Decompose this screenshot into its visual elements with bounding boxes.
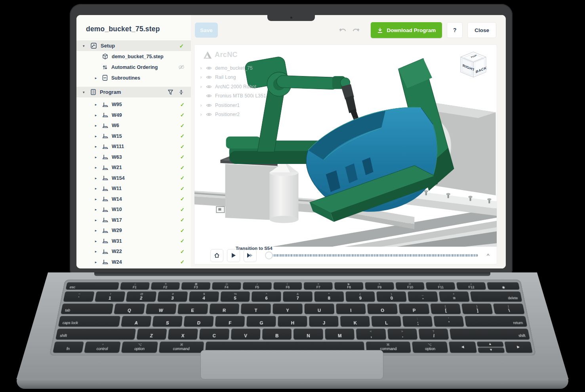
- program-item[interactable]: ▸ W10 ✓: [76, 204, 191, 215]
- collapse-vertical-icon[interactable]: [179, 89, 184, 95]
- chevron-right-icon[interactable]: ›: [199, 103, 203, 108]
- keyboard-key[interactable]: G: [246, 316, 276, 327]
- arrow-up-key[interactable]: ▲: [476, 342, 503, 347]
- program-item[interactable]: ▸ W21 ✓: [76, 162, 191, 173]
- arrow-right-key[interactable]: ▶: [504, 342, 532, 353]
- keyboard-key[interactable]: O: [367, 303, 398, 314]
- keyboard-key[interactable]: } ]: [461, 303, 493, 314]
- eye-visibility-icon[interactable]: [206, 84, 212, 89]
- chevron-right-icon[interactable]: ▸: [93, 197, 99, 201]
- keyboard-key[interactable]: I: [335, 303, 366, 314]
- keyboard-key[interactable]: ⌘ command: [158, 342, 204, 353]
- keyboard-key[interactable]: K: [340, 316, 370, 327]
- keyboard-key[interactable]: + =: [438, 291, 469, 302]
- keyboard-key[interactable]: T: [241, 303, 271, 314]
- keyboard-key[interactable]: shift: [450, 329, 530, 339]
- help-button[interactable]: ?: [447, 22, 463, 38]
- chevron-right-icon[interactable]: ›: [199, 74, 203, 80]
- keyboard-key[interactable]: esc: [65, 282, 119, 289]
- undo-button[interactable]: [338, 27, 347, 33]
- scene-tree-item[interactable]: Fronius MTB 500i L351: [199, 91, 266, 101]
- keyboard-key[interactable]: < ,: [356, 329, 386, 339]
- keyboard-key[interactable]: V: [231, 329, 260, 339]
- keyboard-key[interactable]: Q: [114, 303, 145, 314]
- keyboard-key[interactable]: ♪ F5: [242, 282, 271, 289]
- program-item[interactable]: ▸ W31 ✓: [76, 236, 191, 247]
- keyboard-key[interactable]: ) 0: [376, 291, 406, 302]
- keyboard-key[interactable]: H: [278, 316, 307, 327]
- keyboard-key[interactable]: ∅ F10: [395, 282, 425, 289]
- scene-tree-item[interactable]: › Positioner2: [199, 110, 266, 120]
- chevron-right-icon[interactable]: ▸: [93, 113, 99, 117]
- keyboard-key[interactable]: * 8: [314, 291, 344, 302]
- keyboard-key[interactable]: " ': [433, 316, 464, 327]
- keyboard-key[interactable]: tab: [61, 303, 113, 314]
- keyboard-key[interactable]: ♩ F11: [426, 282, 455, 289]
- chevron-right-icon[interactable]: ▸: [93, 76, 99, 80]
- program-item[interactable]: ▸ W154 ✓: [76, 173, 191, 184]
- program-item[interactable]: ▸ W63 ✓: [76, 152, 191, 163]
- scene-tree-item[interactable]: › demo_bucket_75: [199, 63, 266, 73]
- program-item[interactable]: ▸ W111 ✓: [76, 141, 191, 152]
- keyboard-key[interactable]: > .: [387, 329, 417, 339]
- keyboard-key[interactable]: shift: [55, 329, 136, 339]
- view-cube[interactable]: TOP RIGHT BACK: [458, 50, 489, 84]
- keyboard-key[interactable]: U: [304, 303, 334, 314]
- home-button[interactable]: [210, 249, 223, 262]
- timeline-slider[interactable]: [265, 251, 478, 259]
- program-item[interactable]: ▸ W22 ✓: [76, 246, 191, 257]
- keyboard-key[interactable]: S: [152, 316, 183, 327]
- sidebar-item-automatic-ordering[interactable]: Automatic Ordering: [76, 62, 191, 72]
- program-item[interactable]: ▸ W49 ✓: [76, 110, 191, 121]
- chevron-right-icon[interactable]: ▸: [93, 166, 99, 169]
- keyboard-key[interactable]: delete: [470, 291, 522, 302]
- keyboard-key[interactable]: return: [465, 316, 527, 327]
- keyboard-key[interactable]: R: [209, 303, 239, 314]
- keyboard-key[interactable]: ▶ F8: [334, 282, 363, 289]
- keyboard-key[interactable]: @ 2: [126, 291, 156, 302]
- chevron-right-icon[interactable]: ▸: [93, 134, 99, 138]
- chevron-down-icon[interactable]: ▾: [83, 44, 87, 48]
- keyboard-key[interactable]: % 5: [220, 291, 250, 302]
- collapse-panel-chevron[interactable]: ^: [486, 253, 490, 258]
- keyboard-key[interactable]: ! 1: [94, 291, 125, 302]
- keyboard-key[interactable]: B: [262, 329, 292, 339]
- sidebar-item-subroutines[interactable]: ▸ Subroutines: [76, 72, 191, 83]
- keyboard-key[interactable]: : ;: [402, 316, 433, 327]
- chevron-right-icon[interactable]: ▸: [93, 155, 99, 159]
- keyboard-key[interactable]: ▦ F3: [181, 282, 210, 289]
- keyboard-key[interactable]: ? /: [418, 329, 449, 339]
- eye-visibility-icon[interactable]: [206, 75, 212, 80]
- chevron-right-icon[interactable]: ▸: [93, 124, 99, 127]
- program-item[interactable]: ▸ W95 ✓: [76, 99, 191, 110]
- keyboard-key[interactable]: & 7: [283, 291, 312, 302]
- program-item[interactable]: ▸ W11 ✓: [76, 183, 191, 194]
- eye-visibility-icon[interactable]: [206, 66, 212, 70]
- funnel-icon[interactable]: [168, 89, 173, 95]
- keyboard-key[interactable]: P: [398, 303, 429, 314]
- keyboard-key[interactable]: ◎ F4: [212, 282, 241, 289]
- keyboard-key[interactable]: ☀ F2: [151, 282, 180, 289]
- keyboard-key[interactable]: « F7: [304, 282, 333, 289]
- keyboard-key[interactable]: M: [325, 329, 354, 339]
- chevron-right-icon[interactable]: ▸: [93, 186, 99, 190]
- chevron-right-icon[interactable]: ▸: [93, 228, 99, 232]
- keyboard-key[interactable]: # 3: [157, 291, 188, 302]
- program-item[interactable]: ▸ W17 ✓: [76, 215, 191, 226]
- keyboard-key[interactable]: ♫ F12: [456, 282, 486, 289]
- scene-tree-item[interactable]: › Rail Long: [199, 73, 266, 82]
- chevron-right-icon[interactable]: ▸: [93, 176, 99, 180]
- chevron-right-icon[interactable]: ›: [199, 65, 203, 71]
- scene-tree-item[interactable]: › Positioner1: [199, 101, 266, 110]
- chevron-right-icon[interactable]: ▸: [93, 239, 99, 243]
- keyboard-key[interactable]: | \: [493, 303, 524, 314]
- close-button[interactable]: Close: [467, 22, 496, 38]
- keyboard-key[interactable]: F: [215, 316, 245, 327]
- chevron-right-icon[interactable]: ▸: [93, 207, 99, 211]
- keyboard-key[interactable]: $ 4: [189, 291, 219, 302]
- keyboard-key[interactable]: ^ 6: [252, 291, 281, 302]
- trackpad[interactable]: [200, 350, 383, 379]
- eye-visibility-icon[interactable]: [206, 93, 212, 98]
- setup-section-header[interactable]: ▾ Setup ✓: [76, 40, 191, 51]
- keyboard-key[interactable]: ☾ F6: [273, 282, 302, 289]
